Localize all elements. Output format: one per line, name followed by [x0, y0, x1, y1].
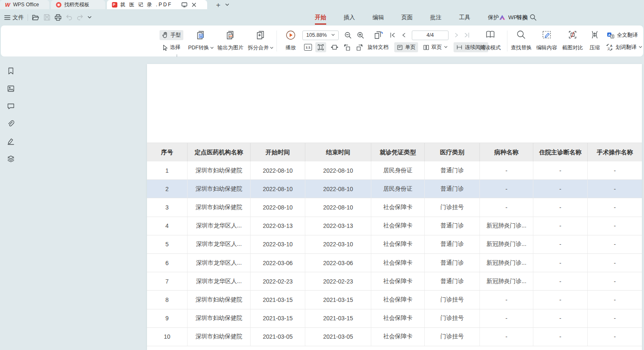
bookmark-icon[interactable] [7, 67, 15, 75]
hand-tool-button[interactable]: 手型 [160, 30, 183, 40]
new-tab-button[interactable]: ＋ [215, 0, 222, 9]
menu-edit[interactable]: 编辑 [364, 9, 393, 26]
signature-pen-icon[interactable] [7, 137, 15, 146]
table-cell: 2022-08-10 [251, 161, 305, 179]
table-cell: 深圳市妇幼保健院 [188, 309, 251, 327]
export-image-button[interactable]: 输出为图片 [215, 29, 246, 53]
single-page-icon [397, 44, 403, 51]
tab-list-chevron-icon[interactable] [225, 0, 229, 9]
tab-wps-office[interactable]: W WPS Office [0, 0, 49, 9]
select-tool-button[interactable]: 选择 [160, 42, 183, 52]
menu-wps-ai[interactable]: WPS AI [499, 9, 528, 26]
table-cell: 2021-03-15 [305, 309, 371, 327]
tab-document[interactable]: P 就 医 记 录 .PDF [107, 0, 207, 9]
attachment-icon[interactable] [7, 120, 15, 128]
medical-records-table: 序号定点医药机构名称开始时间结束时间就诊凭证类型医疗类别病种名称住院主诊断名称手… [147, 143, 642, 346]
rotate-doc-label[interactable]: 旋转文档 [368, 44, 388, 51]
first-page-icon[interactable] [389, 32, 396, 38]
compress-button[interactable]: 压缩 [586, 29, 603, 53]
menu-annotate[interactable]: 批注 [421, 9, 450, 26]
table-cell: 深圳市龙华区人... [188, 217, 251, 235]
table-cell: 社会保障卡 [371, 217, 425, 235]
read-mode-button[interactable]: 阅读模式 [479, 29, 502, 53]
open-folder-icon[interactable] [32, 14, 40, 21]
menu-page[interactable]: 页面 [393, 9, 421, 26]
table-row[interactable]: 5深圳市龙华区人...2022-03-102022-03-10社会保障卡普通门诊… [147, 235, 642, 254]
table-cell: 2021-03-15 [251, 291, 305, 309]
table-cell: - [533, 309, 588, 327]
full-translate-label: 全文翻译 [617, 32, 638, 39]
page-number-input[interactable]: 4/4 [412, 31, 449, 40]
table-row[interactable]: 10深圳市妇幼保健院2021-03-052021-03-05社会保障卡门诊挂号-… [147, 328, 642, 346]
rotate-right-icon[interactable] [355, 43, 364, 51]
tab-docer[interactable]: ◉ 找稻壳模板 [51, 0, 105, 9]
fit-page-icon[interactable] [330, 43, 339, 51]
table-cell: - [480, 161, 533, 179]
comment-icon[interactable] [7, 102, 15, 110]
table-cell: 门诊挂号 [425, 291, 480, 309]
table-cell: 社会保障卡 [371, 272, 425, 290]
last-page-icon[interactable] [464, 32, 470, 38]
menu-insert[interactable]: 插入 [335, 9, 364, 26]
redo-icon[interactable] [76, 14, 84, 20]
play-button[interactable]: 播放 [281, 29, 301, 53]
print-icon[interactable] [54, 14, 62, 21]
table-row[interactable]: 9深圳市妇幼保健院2021-03-152021-03-15社会保障卡门诊挂号--… [147, 309, 642, 328]
undo-icon[interactable] [66, 14, 73, 20]
thumbnail-icon[interactable] [7, 84, 15, 93]
present-to-screen-icon[interactable] [181, 2, 188, 8]
table-cell: 居民身份证 [371, 180, 425, 198]
table-cell: 新冠肺炎门诊... [480, 272, 533, 290]
table-cell: - [533, 161, 588, 179]
layers-icon[interactable] [7, 155, 15, 163]
screenshot-compare-button[interactable]: 截图对比 [560, 29, 585, 53]
actual-size-button[interactable]: 1:1 [304, 44, 312, 51]
zoom-level-select[interactable]: 105.88% [302, 31, 339, 40]
edit-content-button[interactable]: 编辑内容 [534, 29, 559, 53]
pdf-convert-button[interactable]: W PDF转换 [185, 29, 217, 53]
zoom-in-icon[interactable] [357, 31, 365, 39]
table-row[interactable]: 1深圳市妇幼保健院2022-08-102022-08-10居民身份证普通门诊--… [147, 161, 642, 180]
fit-width-button[interactable] [315, 42, 326, 52]
table-row[interactable]: 3深圳市妇幼保健院2022-08-102022-08-10社会保障卡门诊挂号--… [147, 198, 642, 217]
next-page-icon[interactable] [454, 32, 459, 38]
table-row[interactable]: 6深圳市龙华区人...2022-03-062022-03-06社会保障卡普通门诊… [147, 254, 642, 272]
docer-icon: ◉ [56, 2, 61, 8]
table-row[interactable]: 2深圳市妇幼保健院2022-08-102022-08-10居民身份证普通门诊--… [147, 180, 642, 198]
save-icon[interactable] [43, 14, 51, 21]
table-cell: - [533, 291, 588, 309]
table-row[interactable]: 8深圳市妇幼保健院2021-03-152021-03-15社会保障卡门诊挂号--… [147, 291, 642, 309]
find-replace-button[interactable]: 查找替换 [509, 29, 533, 53]
file-menu-button[interactable]: 文件 [4, 14, 24, 21]
close-tab-icon[interactable] [192, 3, 196, 7]
document-canvas[interactable]: 序号定点医药机构名称开始时间结束时间就诊凭证类型医疗类别病种名称住院主诊断名称手… [0, 56, 644, 350]
menu-tools[interactable]: 工具 [450, 9, 479, 26]
menu-home[interactable]: 开始 [306, 9, 335, 26]
find-replace-label: 查找替换 [511, 44, 532, 51]
table-row[interactable]: 7深圳市龙华区人...2022-02-232022-02-23社会保障卡普通门诊… [147, 272, 642, 291]
table-cell: 2022-02-23 [305, 272, 371, 290]
rotate-left-icon[interactable] [343, 43, 351, 51]
full-translate-button[interactable]: A 全文翻译 [606, 30, 638, 40]
undo-history-chevron-icon[interactable] [87, 16, 92, 19]
menu-search-button[interactable] [530, 9, 537, 26]
replace-pages-icon[interactable] [373, 31, 384, 40]
table-cell: - [480, 291, 533, 309]
select-tool-label: 选择 [170, 44, 180, 51]
prev-page-icon[interactable] [401, 32, 407, 38]
page-indicator-value: 4/4 [426, 32, 434, 38]
split-merge-button[interactable]: 拆分合并 [244, 29, 277, 53]
table-cell: 深圳市龙华区人... [188, 235, 251, 253]
column-header: 住院主诊断名称 [533, 143, 588, 161]
wps-logo-icon: W [5, 2, 10, 8]
table-cell: 2022-02-23 [251, 272, 305, 290]
single-page-button[interactable]: 单页 [394, 42, 418, 52]
pdf-page[interactable]: 序号定点医药机构名称开始时间结束时间就诊凭证类型医疗类别病种名称住院主诊断名称手… [147, 64, 642, 350]
divider [28, 14, 28, 21]
word-translate-button[interactable]: 文 A 划词翻译 [606, 42, 642, 52]
table-cell: 2022-03-10 [251, 235, 305, 253]
zoom-out-icon[interactable] [344, 31, 352, 39]
ribbon-divider [507, 31, 507, 51]
table-row[interactable]: 4深圳市龙华区人...2022-03-132022-03-13社会保障卡普通门诊… [147, 217, 642, 235]
double-page-button[interactable]: 双页 [421, 42, 450, 52]
